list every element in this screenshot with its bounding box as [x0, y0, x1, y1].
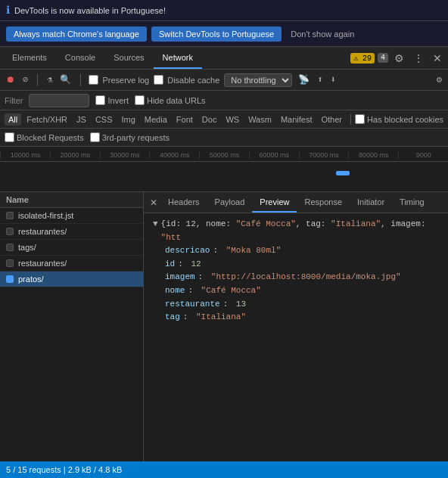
- download-icon[interactable]: ⬇: [329, 73, 338, 87]
- preview-close-button[interactable]: ✕: [147, 197, 160, 208]
- type-btn-other[interactable]: Other: [317, 113, 346, 126]
- filter-bar: Filter Invert Hide data URLs: [0, 91, 448, 110]
- status-text: 5 / 15 requests | 2.9 kB / 4.8 kB: [6, 465, 122, 474]
- type-btn-wasm[interactable]: Wasm: [244, 113, 275, 126]
- type-btn-fetch-xhr[interactable]: Fetch/XHR: [23, 113, 71, 126]
- preview-tab-initiator[interactable]: Initiator: [350, 192, 392, 213]
- tick-8: 80000 ms: [348, 151, 398, 159]
- preview-tab-preview[interactable]: Preview: [252, 192, 297, 213]
- file-item-3[interactable]: restaurantes/: [0, 256, 143, 272]
- filter-icon[interactable]: ⚗: [45, 73, 54, 87]
- blocked-requests-label[interactable]: Blocked Requests: [5, 132, 84, 142]
- tick-2: 20000 ms: [50, 151, 100, 159]
- file-list-header: Name: [0, 192, 143, 208]
- type-btn-img[interactable]: Img: [118, 113, 139, 126]
- json-arrow[interactable]: ▼: [153, 218, 158, 244]
- hide-data-urls-checkbox[interactable]: [135, 95, 145, 105]
- type-btn-font[interactable]: Font: [173, 113, 197, 126]
- type-btn-doc[interactable]: Doc: [198, 113, 221, 126]
- preview-tab-payload[interactable]: Payload: [207, 192, 253, 213]
- preview-tab-timing[interactable]: Timing: [392, 192, 432, 213]
- preview-tab-headers[interactable]: Headers: [160, 192, 207, 213]
- disable-cache-label[interactable]: Disable cache: [154, 75, 219, 85]
- file-item-icon-4: [6, 275, 14, 283]
- tick-9: 9000: [398, 151, 448, 159]
- filter-label: Filter: [5, 96, 23, 105]
- type-btn-media[interactable]: Media: [141, 113, 171, 126]
- upload-icon[interactable]: ⬆: [316, 73, 324, 87]
- info-text: DevTools is now available in Portuguese!: [14, 6, 166, 15]
- json-summary-line: ▼ {id: 12, nome: "Café Mocca", tag: "Ita…: [150, 218, 442, 244]
- preserve-log-label[interactable]: Preserve log: [89, 75, 149, 85]
- hide-data-urls-label[interactable]: Hide data URLs: [135, 95, 206, 105]
- third-party-label[interactable]: 3rd-party requests: [90, 132, 170, 142]
- tab-sources[interactable]: Sources: [104, 47, 153, 69]
- file-item-4[interactable]: pratos/: [0, 272, 143, 287]
- gear-icon[interactable]: ⚙: [391, 51, 407, 66]
- file-item-name-4: pratos/: [18, 275, 44, 284]
- tabs-bar: Elements Console Sources Network ⚠ 29 4 …: [0, 47, 448, 70]
- json-value-imagem: "http://localhost:8000/media/moka.jpg": [211, 271, 401, 284]
- record-icon[interactable]: ⏺: [5, 73, 17, 87]
- tick-1: 10000 ms: [0, 151, 50, 159]
- filter-input[interactable]: [29, 94, 89, 107]
- preview-tab-response[interactable]: Response: [297, 192, 350, 213]
- file-item-icon-3: [6, 259, 14, 267]
- file-item-0[interactable]: isolated-first.jst: [0, 208, 143, 224]
- json-key-descricao: descricao: [165, 244, 210, 258]
- info-icon: ℹ: [6, 4, 10, 17]
- invert-checkbox[interactable]: [95, 95, 105, 105]
- type-btn-manifest[interactable]: Manifest: [277, 113, 316, 126]
- search-icon[interactable]: 🔍: [58, 73, 73, 87]
- json-key-tag: tag: [165, 311, 180, 324]
- json-key-nome: nome: [165, 284, 185, 298]
- file-item-1[interactable]: restaurantes/: [0, 224, 143, 240]
- preview-panel: ✕ Headers Payload Preview Response Initi…: [144, 192, 448, 461]
- toolbar-separator: [37, 74, 38, 86]
- file-item-icon-1: [6, 228, 14, 235]
- buttons-bar: Always match Chrome's language Switch De…: [0, 21, 448, 47]
- type-btn-ws[interactable]: WS: [222, 113, 243, 126]
- blocked-requests-checkbox[interactable]: [5, 132, 14, 142]
- json-value-descricao: "Moka 80ml": [226, 244, 282, 258]
- has-blocked-cookies-label[interactable]: Has blocked cookies: [355, 114, 443, 124]
- disable-cache-checkbox[interactable]: [154, 75, 163, 85]
- json-field-descricao: descricao : "Moka 80ml": [150, 244, 442, 258]
- json-value-nome: "Café Mocca": [201, 284, 261, 298]
- invert-label[interactable]: Invert: [95, 95, 129, 105]
- file-item-name-1: restaurantes/: [18, 227, 67, 236]
- toolbar: ⏺ ⊘ ⚗ 🔍 Preserve log Disable cache No th…: [0, 70, 448, 91]
- clear-icon[interactable]: ⊘: [21, 73, 30, 87]
- more-menu-icon[interactable]: ⋮: [410, 51, 427, 66]
- file-item-name-3: restaurantes/: [18, 259, 67, 268]
- tab-console[interactable]: Console: [56, 47, 104, 69]
- throttle-select[interactable]: No throttling: [224, 73, 292, 87]
- tick-7: 70000 ms: [299, 151, 349, 159]
- dont-show-button[interactable]: Don't show again: [286, 26, 359, 42]
- json-field-nome: nome : "Café Mocca": [150, 284, 442, 298]
- json-field-restaurante: restaurante : 13: [150, 298, 442, 312]
- match-language-button[interactable]: Always match Chrome's language: [6, 26, 147, 42]
- third-party-checkbox[interactable]: [90, 132, 100, 142]
- switch-devtools-button[interactable]: Switch DevTools to Portuguese: [151, 26, 282, 42]
- json-summary: {id: 12, nome: "Café Mocca", tag: "Itali…: [161, 218, 442, 244]
- json-key-id: id: [165, 258, 175, 272]
- json-content: ▼ {id: 12, nome: "Café Mocca", tag: "Ita…: [144, 213, 448, 461]
- main-content: Name isolated-first.jst restaurantes/ ta…: [0, 192, 448, 461]
- json-key-imagem: imagem: [165, 271, 195, 284]
- info-bar: ℹ DevTools is now available in Portugues…: [0, 0, 448, 21]
- timeline-body: [0, 162, 448, 191]
- tab-network[interactable]: Network: [154, 47, 202, 69]
- offline-icon[interactable]: 📡: [297, 73, 311, 87]
- type-btn-js[interactable]: JS: [73, 113, 90, 126]
- settings-icon[interactable]: ⚙: [435, 73, 443, 87]
- has-blocked-cookies-checkbox[interactable]: [355, 114, 365, 124]
- type-btn-css[interactable]: CSS: [92, 113, 117, 126]
- file-item-2[interactable]: tags/: [0, 240, 143, 256]
- close-icon[interactable]: ✕: [430, 51, 445, 66]
- file-list: Name isolated-first.jst restaurantes/ ta…: [0, 192, 144, 461]
- type-btn-all[interactable]: All: [5, 113, 21, 126]
- tab-elements[interactable]: Elements: [3, 47, 56, 69]
- type-filter-bar: All Fetch/XHR JS CSS Img Media Font Doc …: [0, 110, 448, 129]
- preserve-log-checkbox[interactable]: [89, 75, 98, 85]
